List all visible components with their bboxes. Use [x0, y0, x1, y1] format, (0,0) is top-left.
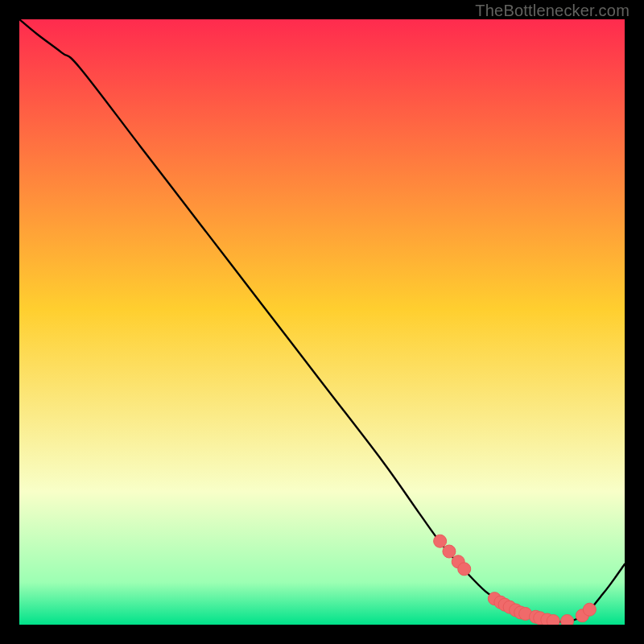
gradient-background	[19, 19, 625, 625]
chart-page: TheBottlenecker.com	[0, 0, 644, 644]
attribution-text: TheBottlenecker.com	[475, 2, 630, 20]
chart-svg	[19, 19, 625, 625]
marker-dot	[434, 535, 447, 547]
marker-dot	[443, 545, 456, 558]
chart-plot	[19, 19, 625, 625]
marker-dot	[547, 614, 559, 625]
marker-dot	[583, 603, 596, 616]
marker-dot	[561, 614, 574, 625]
marker-dot	[458, 563, 471, 576]
